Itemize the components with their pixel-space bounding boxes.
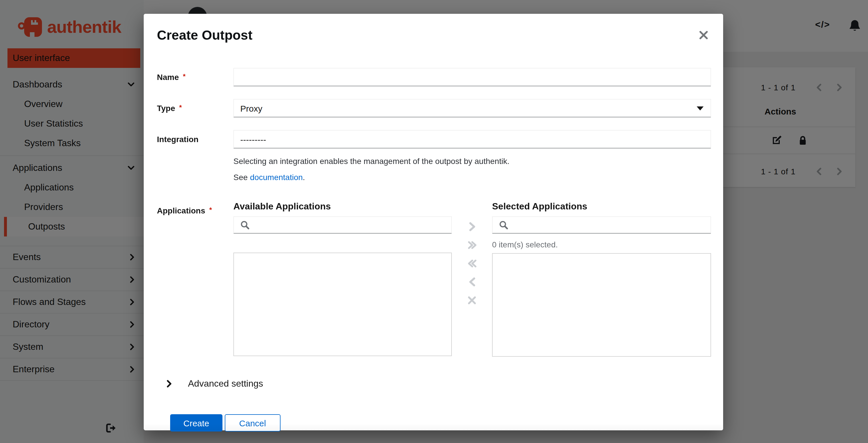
- integration-select-value: ---------: [240, 134, 266, 144]
- chevron-right-icon: [469, 222, 475, 231]
- page: authentik User interface Dashboards Over…: [0, 0, 868, 443]
- chevron-right-icon: [167, 380, 172, 388]
- type-field-row: Type* Proxy: [157, 99, 711, 117]
- required-indicator: *: [209, 206, 212, 214]
- integration-help-link-line: See documentation.: [234, 172, 711, 183]
- integration-help-text: Selecting an integration enables the man…: [234, 155, 711, 167]
- close-modal-button[interactable]: [698, 29, 709, 42]
- name-field-row: Name*: [157, 68, 711, 86]
- advanced-settings-label: Advanced settings: [188, 379, 263, 389]
- modal-title: Create Outpost: [157, 28, 252, 42]
- available-applications-search-input[interactable]: [234, 216, 452, 234]
- field-label-type: Type*: [157, 99, 234, 117]
- field-label-applications: Applications*: [157, 201, 234, 357]
- required-indicator: *: [179, 104, 182, 112]
- dual-list-selector: Available Applications: [234, 201, 711, 357]
- selected-applications-heading: Selected Applications: [492, 201, 711, 213]
- cancel-button[interactable]: Cancel: [225, 414, 280, 432]
- move-selected-left-button[interactable]: [466, 277, 478, 287]
- search-icon: [240, 220, 249, 232]
- selected-applications-pane: Selected Applications 0 item(s) selected…: [492, 201, 711, 357]
- modal-header: Create Outpost: [144, 14, 723, 42]
- close-icon: [699, 30, 708, 40]
- modal-footer: Create Cancel: [157, 414, 711, 432]
- move-selected-right-button[interactable]: [466, 222, 478, 232]
- field-label-integration: Integration: [157, 130, 234, 183]
- create-button[interactable]: Create: [170, 414, 222, 432]
- field-label-name: Name*: [157, 68, 234, 86]
- available-applications-list[interactable]: [234, 253, 452, 356]
- clear-selection-button[interactable]: [466, 295, 478, 305]
- required-indicator: *: [183, 72, 185, 81]
- type-select-value: Proxy: [240, 103, 262, 113]
- chevron-left-icon: [469, 277, 475, 287]
- name-input[interactable]: [234, 68, 711, 86]
- selected-applications-list[interactable]: [492, 253, 711, 357]
- advanced-settings-toggle[interactable]: Advanced settings: [167, 379, 711, 389]
- search-icon: [499, 220, 508, 232]
- move-all-left-button[interactable]: [466, 258, 478, 269]
- double-chevron-left-icon: [468, 259, 476, 268]
- type-select[interactable]: Proxy: [234, 99, 711, 117]
- selected-applications-search-input[interactable]: [492, 216, 711, 234]
- transfer-controls: [452, 222, 492, 357]
- available-applications-pane: Available Applications: [234, 201, 452, 357]
- available-applications-heading: Available Applications: [234, 201, 452, 213]
- applications-field-row: Applications* Available Applications: [157, 201, 711, 357]
- selected-count-label: 0 item(s) selected.: [492, 240, 711, 250]
- documentation-link[interactable]: documentation: [250, 173, 303, 182]
- x-icon: [468, 296, 476, 304]
- integration-select[interactable]: ---------: [234, 130, 711, 148]
- modal-body: Name* Type* Proxy Inte: [144, 42, 723, 432]
- create-outpost-dialog: Create Outpost Name* Type*: [144, 14, 723, 430]
- caret-down-icon: [697, 107, 704, 111]
- integration-field-row: Integration --------- Selecting an integ…: [157, 130, 711, 183]
- double-chevron-right-icon: [468, 240, 476, 250]
- move-all-right-button[interactable]: [466, 240, 478, 250]
